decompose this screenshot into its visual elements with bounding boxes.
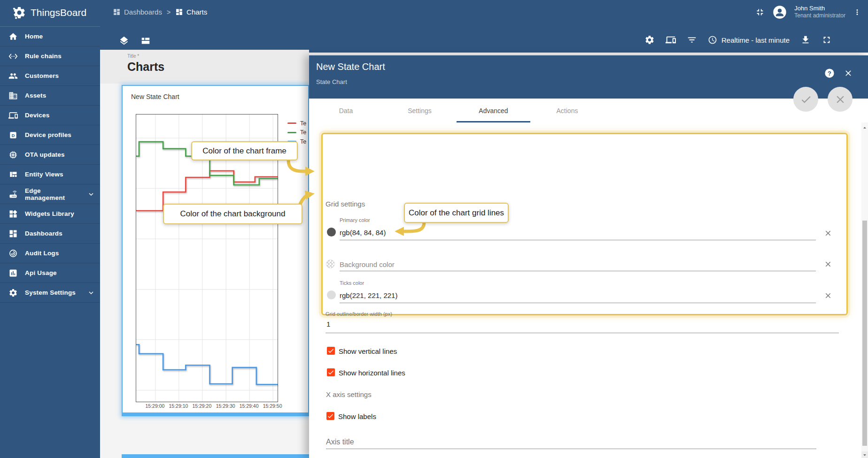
- legend-item[interactable]: Te: [287, 128, 306, 137]
- app-logo[interactable]: ThingsBoard: [12, 6, 86, 20]
- timewindow-button[interactable]: Realtime - last minute: [708, 35, 790, 45]
- sidebar-item-devices[interactable]: Devices: [0, 106, 100, 125]
- ticks-color-clear-icon[interactable]: [824, 291, 832, 300]
- primary-color-value[interactable]: rgb(84, 84, 84): [340, 229, 386, 237]
- dashboards-icon: [8, 229, 18, 238]
- home-icon: [8, 32, 18, 41]
- x-axis-labels: 15:29:0015:29:1015:29:2015:29:3015:29:40…: [136, 403, 277, 410]
- download-icon[interactable]: [800, 35, 811, 45]
- panel-header: New State Chart State Chart ?: [309, 55, 868, 99]
- sidebar-item-label: Assets: [25, 92, 46, 99]
- sidebar-item-home[interactable]: Home: [0, 27, 100, 46]
- sidebar-item-label: Dashboards: [25, 230, 62, 237]
- tab-data[interactable]: Data: [309, 99, 383, 122]
- breadcrumb-label: Charts: [186, 8, 207, 16]
- ticks-color-label: Ticks color: [340, 280, 364, 286]
- app-name: ThingsBoard: [31, 7, 86, 18]
- panel-scrollbar: [861, 122, 868, 458]
- show-labels-label: Show labels: [338, 412, 376, 420]
- sidebar-item-system-settings[interactable]: System Settings: [0, 283, 100, 303]
- sidebar-item-widgets-library[interactable]: Widgets Library: [0, 204, 100, 224]
- sidebar-item-audit-logs[interactable]: Audit Logs: [0, 244, 100, 263]
- tab-settings[interactable]: Settings: [383, 99, 457, 122]
- close-icon[interactable]: [844, 69, 853, 78]
- grid-width-underline: [326, 333, 839, 333]
- sidebar-item-label: Edge management: [25, 187, 80, 201]
- ota-updates-icon: [8, 150, 18, 160]
- callout-chart-frame: Color of the chart frame: [191, 141, 298, 160]
- panel-subtitle: State Chart: [316, 78, 347, 85]
- show-vertical-lines-checkbox[interactable]: [327, 347, 335, 355]
- background-color-swatch[interactable]: [326, 260, 335, 268]
- apply-changes-button[interactable]: [793, 87, 818, 112]
- more-vert-icon[interactable]: [853, 7, 861, 17]
- sidebar-item-ota-updates[interactable]: OTA updates: [0, 145, 100, 165]
- background-color-label[interactable]: Background color: [340, 260, 395, 268]
- background-color-underline: [340, 271, 816, 271]
- sidebar-item-dashboards[interactable]: Dashboards: [0, 224, 100, 244]
- sidebar-item-device-profiles[interactable]: DDevice profiles: [0, 125, 100, 145]
- sidebar-item-label: Api Usage: [25, 269, 57, 276]
- layers-icon[interactable]: [119, 36, 129, 46]
- state-chart-widget[interactable]: New State Chart 15:29:0015:29:1015:29:20…: [122, 85, 309, 416]
- fullscreen-exit-icon[interactable]: [755, 7, 765, 17]
- rule-chains-icon: [8, 52, 18, 61]
- dashboard-title-field-label: Title *: [127, 53, 139, 59]
- fullscreen-icon[interactable]: [822, 35, 832, 45]
- breadcrumb: Dashboards > Charts: [113, 8, 207, 16]
- background-color-clear-icon[interactable]: [824, 260, 832, 268]
- primary-color-underline: [340, 240, 816, 240]
- breadcrumb-separator: >: [167, 8, 170, 16]
- scrollbar-thumb[interactable]: [862, 221, 867, 446]
- sidebar-item-rule-chains[interactable]: Rule chains: [0, 46, 100, 66]
- sidebar-item-label: Entity Views: [25, 171, 63, 178]
- widget-selection-strip: [123, 412, 308, 415]
- sidebar-item-label: OTA updates: [25, 151, 65, 158]
- panel-tabs: DataSettingsAdvancedActions: [309, 99, 868, 123]
- legend-color-dash: [287, 122, 296, 124]
- manage-layouts-icon[interactable]: [666, 35, 676, 45]
- scroll-up-icon[interactable]: [862, 124, 867, 129]
- legend-item[interactable]: Te: [287, 119, 306, 128]
- sidebar-item-customers[interactable]: Customers: [0, 66, 100, 86]
- dashboard-title[interactable]: Charts: [127, 60, 164, 74]
- axis-title-input[interactable]: Axis title: [326, 438, 354, 446]
- x-tick-label: 15:29:50: [258, 403, 287, 409]
- show-labels-checkbox[interactable]: [326, 412, 334, 420]
- tab-actions[interactable]: Actions: [530, 99, 604, 122]
- filter-icon[interactable]: [687, 35, 697, 45]
- show-horizontal-lines-checkbox[interactable]: [327, 368, 335, 376]
- ticks-color-underline: [340, 303, 816, 303]
- grid-width-value[interactable]: 1: [326, 320, 330, 328]
- sidebar: ThingsBoard HomeRule chainsCustomersAsse…: [0, 0, 100, 458]
- breadcrumb-charts[interactable]: Charts: [175, 8, 207, 16]
- panel-title: New State Chart: [316, 61, 385, 72]
- x-axis-section-title: X axis settings: [326, 390, 372, 398]
- user-info[interactable]: John Smith Tenant administrator: [794, 5, 845, 19]
- sidebar-item-label: Audit Logs: [25, 250, 59, 257]
- chevron-down-icon: [87, 289, 95, 297]
- sidebar-item-assets[interactable]: Assets: [0, 86, 100, 106]
- sidebar-item-edge-management[interactable]: Edge management: [0, 184, 100, 204]
- sidebar-item-entity-views[interactable]: Entity Views: [0, 165, 100, 184]
- api-usage-icon: [8, 268, 18, 278]
- primary-color-clear-icon[interactable]: [824, 229, 832, 237]
- sidebar-item-label: Customers: [25, 72, 59, 79]
- grid-settings-section-title: Grid settings: [326, 200, 365, 208]
- discard-changes-button[interactable]: [828, 87, 852, 112]
- scroll-down-icon[interactable]: [861, 451, 868, 458]
- breadcrumb-dashboards[interactable]: Dashboards: [113, 8, 162, 16]
- ticks-color-value[interactable]: rgb(221, 221, 221): [340, 291, 397, 299]
- settings-gear-icon[interactable]: [644, 35, 655, 45]
- check-icon: [800, 93, 812, 106]
- ticks-color-swatch[interactable]: [327, 290, 336, 299]
- primary-color-swatch[interactable]: [327, 228, 336, 237]
- dashboard-toolbar-left: [119, 36, 151, 46]
- tab-advanced[interactable]: Advanced: [457, 99, 530, 122]
- help-icon[interactable]: ?: [824, 68, 835, 78]
- sidebar-item-api-usage[interactable]: Api Usage: [0, 263, 100, 283]
- svg-text:D: D: [12, 133, 15, 137]
- layout-icon[interactable]: [140, 36, 151, 46]
- header-right: John Smith Tenant administrator: [755, 5, 861, 19]
- avatar[interactable]: [773, 5, 787, 19]
